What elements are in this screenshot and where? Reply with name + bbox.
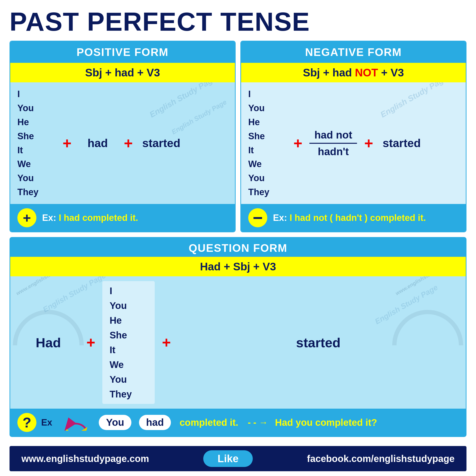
question-subjects-col: I You He She It We You They	[102, 281, 155, 404]
had-not-divider	[309, 143, 357, 144]
question-badge: ?	[17, 413, 36, 432]
question-footer: ? Ex	[10, 409, 466, 436]
negative-example-text: I had not ( hadn't ) completed it.	[290, 213, 426, 223]
question-started: started	[296, 335, 340, 350]
question-plus1-sign: +	[86, 334, 95, 351]
positive-plus1: +	[63, 135, 71, 152]
positive-card: POSITIVE FORM Sbj + had + V3 English Stu…	[10, 41, 236, 232]
negative-formula-bar: Sbj + had NOT + V3	[241, 63, 466, 82]
question-plus2: +	[155, 334, 178, 351]
neg-formula-before: Sbj + had	[303, 67, 355, 79]
positive-plus2: +	[124, 135, 133, 152]
negative-header: NEGATIVE FORM	[241, 41, 466, 63]
had-not-block: had not hadn't	[309, 129, 357, 157]
svg-text:www.englishstudypage.com: www.englishstudypage.com	[394, 276, 458, 296]
had-not-text: had not	[314, 129, 352, 141]
positive-footer: + Ex: I had completed it.	[10, 204, 235, 232]
arrow-decoration	[62, 414, 90, 431]
negative-formula-text: Sbj + had NOT + V3	[303, 67, 404, 79]
positive-ex-label: Ex:	[42, 213, 56, 223]
question-plus2-sign: +	[162, 334, 171, 351]
negative-badge: −	[248, 208, 267, 227]
positive-formula-text: Sbj + had + V3	[85, 67, 160, 79]
negative-header-text: NEGATIVE FORM	[305, 46, 402, 58]
positive-example: Ex: I had completed it.	[42, 213, 138, 223]
had-you-result: Had you completed it?	[275, 417, 377, 428]
question-formula-bar: Had + Sbj + V3	[10, 257, 466, 276]
page: PAST PERFECT TENSE POSITIVE FORM Sbj + h…	[0, 0, 476, 476]
positive-example-text: I had completed it.	[59, 213, 138, 223]
watermark-q1: English Study Page	[41, 276, 107, 314]
like-badge[interactable]: Like	[203, 450, 253, 467]
positive-started: started	[140, 136, 183, 150]
svg-text:www.englishstudypage.com: www.englishstudypage.com	[15, 276, 79, 296]
question-started-col: started	[178, 335, 459, 350]
negative-example: Ex: I had not ( hadn't ) completed it.	[273, 213, 426, 223]
question-header: QUESTION FORM	[10, 238, 466, 257]
question-had-word: Had	[36, 335, 61, 350]
top-row: POSITIVE FORM Sbj + had + V3 English Stu…	[10, 41, 466, 232]
negative-plus2: +	[364, 135, 373, 152]
watermark-neg1: English Study Page	[379, 82, 449, 119]
question-ex-label: Ex	[41, 417, 52, 428]
positive-body: English Study Page English Study Page I …	[10, 82, 235, 204]
question-card: QUESTION FORM Had + Sbj + V3 www.english…	[10, 237, 466, 437]
question-section: QUESTION FORM Had + Sbj + V3 www.english…	[10, 237, 466, 442]
watermark-q2: English Study Page	[374, 283, 439, 326]
negative-ex-label: Ex:	[273, 213, 287, 223]
footer-bar: www.englishstudypage.com Like facebook.c…	[10, 446, 466, 471]
negative-body: English Study Page I You He She It We Yo…	[241, 82, 466, 204]
negative-footer: − Ex: I had not ( hadn't ) completed it.	[241, 204, 466, 232]
question-subjects: I You He She It We You They	[109, 284, 148, 402]
positive-badge: +	[17, 208, 36, 227]
negative-card: NEGATIVE FORM Sbj + had NOT + V3 English…	[240, 41, 466, 232]
positive-header-text: POSITIVE FORM	[77, 46, 169, 58]
question-header-text: QUESTION FORM	[189, 242, 287, 254]
positive-formula-bar: Sbj + had + V3	[10, 63, 235, 82]
negative-plus1: +	[293, 135, 302, 152]
neg-formula-after: + V3	[378, 67, 404, 79]
positive-subjects: I You He She It We You They	[17, 87, 55, 199]
had-box: had	[139, 415, 171, 430]
completed-text: completed it.	[179, 417, 238, 428]
hadnt-text: hadn't	[318, 146, 349, 157]
question-formula-text: Had + Sbj + V3	[200, 260, 276, 273]
footer-url: www.englishstudypage.com	[21, 453, 149, 464]
positive-header: POSITIVE FORM	[10, 41, 235, 63]
question-body: www.englishstudypage.com www.englishstud…	[10, 276, 466, 409]
you-box: You	[99, 415, 131, 430]
question-had-col: Had	[17, 335, 79, 350]
negative-subjects: I You He She It We You They	[248, 87, 286, 199]
watermark-pos1: English Study Page	[148, 82, 218, 119]
dashed-arrow: - - →	[248, 417, 268, 428]
neg-formula-not: NOT	[355, 67, 378, 79]
footer-facebook: facebook.com/englishstudypage	[307, 453, 455, 464]
positive-had: had	[79, 136, 117, 150]
question-plus1: +	[79, 334, 102, 351]
watermark-pos2: English Study Page	[170, 98, 228, 136]
arrows-svg	[62, 414, 90, 431]
negative-started: started	[380, 136, 423, 150]
page-title: PAST PERFECT TENSE	[10, 7, 466, 36]
